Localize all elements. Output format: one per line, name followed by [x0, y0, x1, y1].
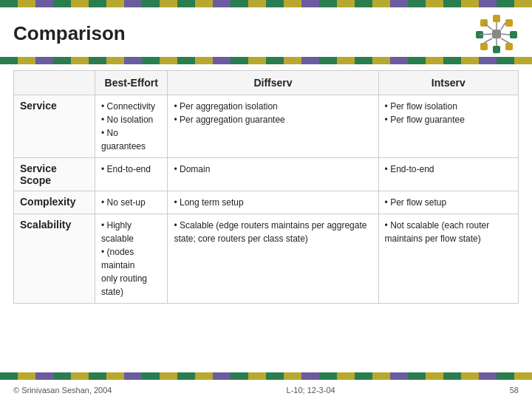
- cell-intserv: • Per flow setup: [378, 191, 518, 214]
- cell-diffserv: • Per aggregation isolation• Per aggrega…: [168, 95, 378, 158]
- footer-left: © Srinivasan Seshan, 2004: [13, 386, 112, 395]
- svg-line-15: [480, 34, 492, 35]
- table-wrapper: Best-Effort Diffserv Intserv Service• Co…: [0, 70, 532, 304]
- col-header-empty: [14, 71, 95, 95]
- svg-line-11: [501, 34, 510, 35]
- title-area: Comparison: [0, 7, 532, 57]
- col-header-best-effort: Best-Effort: [95, 71, 168, 95]
- table-row: Service Scope• End-to-end• Domain• End-t…: [14, 158, 519, 191]
- top-stripe: [0, 0, 532, 7]
- network-icon: [474, 13, 519, 54]
- footer: © Srinivasan Seshan, 2004 L-10; 12-3-04 …: [0, 386, 532, 395]
- cell-diffserv: • Domain: [168, 158, 378, 191]
- cell-diffserv: • Scalable (edge routers maintains per a…: [168, 214, 378, 304]
- color-bar: [0, 57, 532, 64]
- col-header-intserv: Intserv: [378, 71, 518, 95]
- page: Comparison: [0, 0, 532, 399]
- cell-best_effort: • Highly scalable• (nodes maintain only …: [95, 214, 168, 304]
- cell-intserv: • Per flow isolation• Per flow guarantee: [378, 95, 518, 158]
- page-title: Comparison: [13, 22, 126, 45]
- cell-best_effort: • End-to-end: [95, 158, 168, 191]
- svg-rect-5: [480, 43, 488, 50]
- row-label: Service: [14, 95, 95, 158]
- svg-rect-1: [505, 19, 513, 27]
- row-label: Scalability: [14, 214, 95, 304]
- table-row: Complexity• No set-up• Long term setup• …: [14, 191, 519, 214]
- table-row: Service• Connectivity• No isolation• No …: [14, 95, 519, 158]
- col-header-diffserv: Diffserv: [168, 71, 378, 95]
- cell-intserv: • End-to-end: [378, 158, 518, 191]
- footer-right: 58: [510, 386, 519, 395]
- cell-best_effort: • No set-up: [95, 191, 168, 214]
- row-label: Service Scope: [14, 158, 95, 191]
- svg-line-12: [501, 38, 509, 43]
- table-row: Scalability• Highly scalable• (nodes mai…: [14, 214, 519, 304]
- row-label: Complexity: [14, 191, 95, 214]
- svg-rect-2: [510, 31, 517, 38]
- svg-rect-8: [492, 30, 501, 38]
- cell-diffserv: • Long term setup: [168, 191, 378, 214]
- svg-line-10: [501, 23, 505, 30]
- cell-intserv: • Not scalable (each router maintains pe…: [378, 214, 518, 304]
- svg-line-14: [484, 38, 492, 43]
- svg-rect-4: [493, 46, 500, 53]
- cell-best_effort: • Connectivity• No isolation• No guarant…: [95, 95, 168, 158]
- footer-center: L-10; 12-3-04: [287, 386, 335, 395]
- table-header-row: Best-Effort Diffserv Intserv: [14, 71, 519, 95]
- bottom-stripe: [0, 372, 532, 380]
- comparison-table: Best-Effort Diffserv Intserv Service• Co…: [13, 70, 519, 304]
- svg-rect-3: [505, 43, 513, 50]
- svg-rect-0: [493, 15, 500, 22]
